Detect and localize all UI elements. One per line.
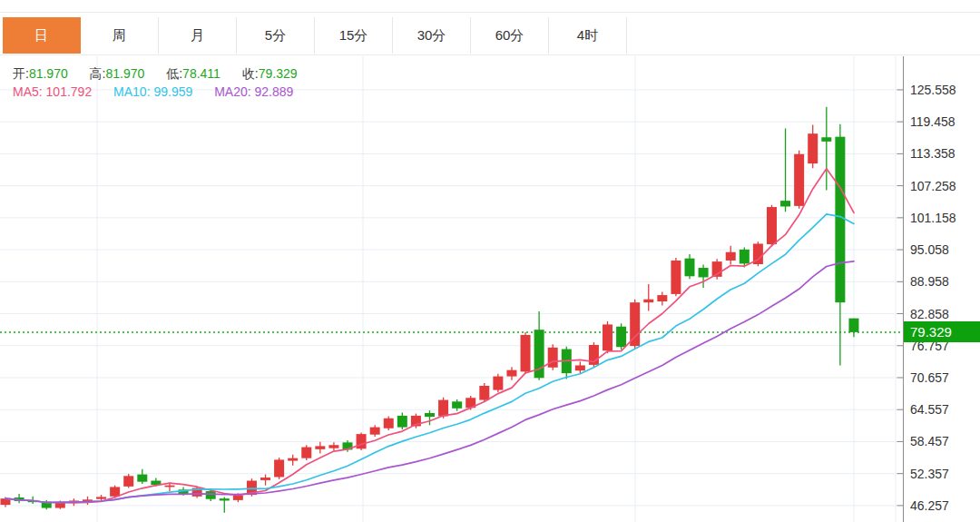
ma-row: MA5: 101.792 MA10: 99.959 MA20: 92.889 — [13, 84, 311, 99]
tab-month[interactable]: 月 — [159, 17, 237, 54]
candles-layer — [1, 107, 859, 513]
close-label: 收: — [242, 66, 259, 81]
ohlc-row: 开:81.970 高:81.970 低:78.411 收:79.329 — [13, 66, 316, 83]
axis-tick-label: 101.158 — [910, 210, 956, 226]
ma20-label: MA20: — [214, 84, 250, 99]
tab-day[interactable]: 日 — [3, 17, 81, 54]
axis-tick-label: 64.557 — [910, 401, 949, 418]
ma10-label: MA10: — [113, 84, 150, 99]
tab-5min[interactable]: 5分 — [237, 17, 315, 54]
axis-tick-label: 52.357 — [910, 466, 949, 482]
high-label: 高: — [90, 66, 106, 81]
axis-tick-label: 70.657 — [910, 369, 949, 386]
tab-week[interactable]: 周 — [81, 17, 159, 54]
axis-tick-label: 46.257 — [910, 497, 949, 514]
ma5-value: 101.792 — [46, 84, 93, 99]
low-label: 低: — [166, 66, 182, 81]
price-axis[interactable]: 79.329 125.558119.458113.358107.258101.1… — [903, 56, 980, 522]
tab-15min[interactable]: 15分 — [315, 17, 393, 54]
current-price-badge: 79.329 — [904, 321, 980, 342]
open-label: 开: — [13, 66, 29, 81]
ma10-value: 99.959 — [153, 84, 192, 99]
axis-tick-label: 107.258 — [910, 178, 956, 194]
close-value: 79.329 — [259, 66, 298, 81]
low-value: 78.411 — [182, 66, 220, 81]
timeframe-tabbar: 日周月5分15分30分60分4时 — [3, 17, 627, 54]
ma5-label: MA5: — [13, 84, 43, 99]
axis-tick-label: 119.458 — [910, 113, 956, 130]
axis-tick-label: 58.457 — [910, 433, 949, 449]
tab-30min[interactable]: 30分 — [393, 17, 471, 54]
tab-4hour[interactable]: 4时 — [549, 17, 627, 54]
tab-60min[interactable]: 60分 — [471, 17, 549, 54]
axis-tick-label: 82.858 — [910, 306, 949, 322]
ma-lines-layer — [5, 169, 854, 503]
axis-tick-label: 88.958 — [910, 273, 949, 290]
ma20-value: 92.889 — [255, 84, 294, 99]
open-value: 81.970 — [29, 66, 68, 81]
axis-tick-label: 95.058 — [910, 241, 949, 258]
high-value: 81.970 — [106, 66, 145, 81]
axis-tick-label: 125.558 — [910, 82, 956, 98]
axis-tick-label: 113.358 — [910, 145, 956, 162]
